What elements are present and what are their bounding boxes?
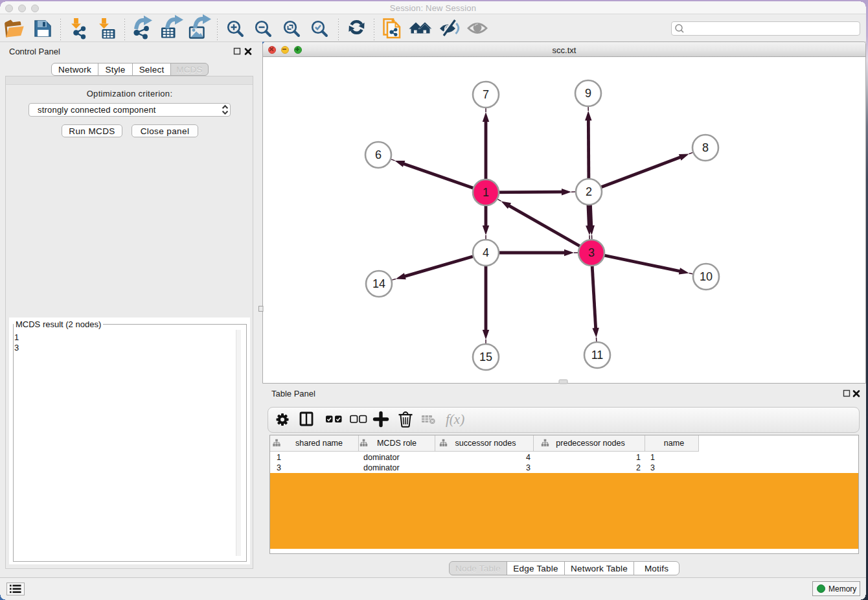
svg-text:10: 10 xyxy=(700,270,713,283)
svg-text:11: 11 xyxy=(591,349,604,362)
svg-text:9: 9 xyxy=(585,87,591,100)
svg-text:3: 3 xyxy=(588,246,595,259)
svg-text:2: 2 xyxy=(586,185,592,198)
svg-text:14: 14 xyxy=(372,277,385,290)
svg-text:8: 8 xyxy=(702,141,709,154)
svg-text:1: 1 xyxy=(483,186,489,199)
svg-text:15: 15 xyxy=(479,351,492,363)
svg-text:4: 4 xyxy=(483,246,489,259)
svg-text:6: 6 xyxy=(375,148,382,161)
svg-text:7: 7 xyxy=(483,88,489,101)
